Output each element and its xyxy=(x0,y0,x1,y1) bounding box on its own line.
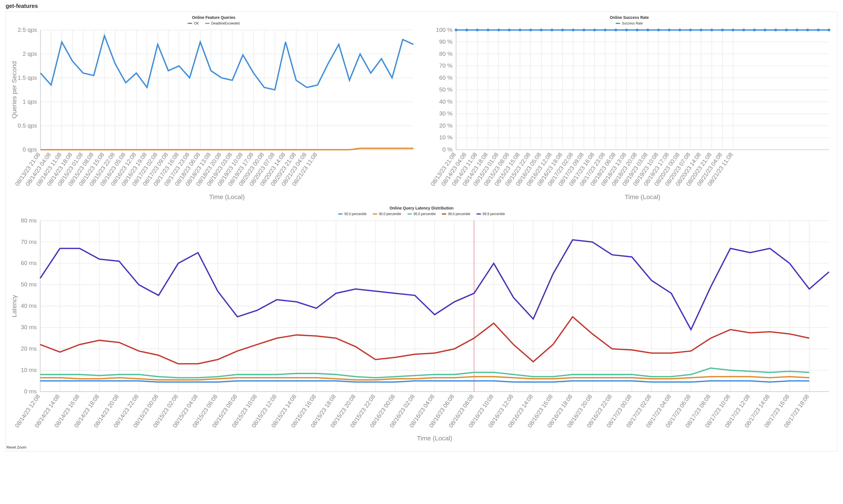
legend-item[interactable]: 50.0 percentile xyxy=(338,212,367,216)
svg-point-125 xyxy=(615,29,617,32)
svg-point-131 xyxy=(679,29,681,32)
legend-swatch xyxy=(442,213,446,215)
svg-point-143 xyxy=(806,29,809,32)
chart-latency-plot[interactable]: 0 ms10 ms20 ms30 ms40 ms50 ms60 ms70 ms8… xyxy=(8,217,835,444)
legend-swatch xyxy=(205,23,210,24)
svg-text:1 qps: 1 qps xyxy=(22,98,37,105)
svg-point-115 xyxy=(508,29,511,32)
legend-label: 99.9 percentile xyxy=(482,212,505,216)
svg-text:20 ms: 20 ms xyxy=(21,345,37,352)
svg-text:Time (Local): Time (Local) xyxy=(417,435,452,442)
legend-swatch xyxy=(616,23,620,24)
svg-point-132 xyxy=(689,29,692,32)
svg-text:10 ms: 10 ms xyxy=(21,366,37,373)
svg-point-127 xyxy=(636,29,639,32)
legend-label: 95.0 percentile xyxy=(414,212,436,216)
svg-text:Latency: Latency xyxy=(11,295,18,317)
chart-success-plot[interactable]: 0 %10 %20 %30 %40 %50 %60 %70 %80 %90 %1… xyxy=(424,26,835,202)
svg-point-129 xyxy=(657,29,660,32)
chart-latency-block: Online Query Latency Distribution 50.0 p… xyxy=(6,202,837,444)
dashboard-panel: Online Feature Queries OKDeadlineExceede… xyxy=(6,12,837,451)
legend-swatch xyxy=(338,213,343,215)
svg-point-141 xyxy=(785,29,788,32)
svg-point-139 xyxy=(763,29,766,32)
svg-text:80 ms: 80 ms xyxy=(21,217,37,223)
chart-success-legend: Success Rate xyxy=(424,21,835,25)
svg-point-111 xyxy=(466,29,468,32)
svg-text:Time (Local): Time (Local) xyxy=(625,193,660,200)
legend-label: Success Rate xyxy=(622,21,643,25)
chart-queries-legend: OKDeadlineExceeded xyxy=(8,21,419,25)
svg-text:90 %: 90 % xyxy=(439,38,453,45)
svg-text:100 %: 100 % xyxy=(436,26,453,33)
svg-point-126 xyxy=(625,29,628,32)
svg-point-113 xyxy=(487,29,489,32)
svg-text:Time (Local): Time (Local) xyxy=(209,193,245,200)
svg-text:30 %: 30 % xyxy=(439,110,453,116)
svg-point-112 xyxy=(476,29,479,32)
svg-point-128 xyxy=(647,29,649,32)
chart-latency-legend: 50.0 percentile90.0 percentile95.0 perce… xyxy=(8,212,835,216)
chart-queries-plot[interactable]: 0 qps0.5 qps1 qps1.5 qps2 qps2.5 qps08/1… xyxy=(8,26,419,202)
legend-item[interactable]: DeadlineExceeded xyxy=(205,21,240,25)
legend-label: 99.0 percentile xyxy=(448,212,470,216)
svg-point-124 xyxy=(604,29,607,32)
svg-point-137 xyxy=(742,29,745,32)
svg-text:30 ms: 30 ms xyxy=(21,324,37,330)
svg-point-140 xyxy=(774,29,777,32)
legend-item[interactable]: OK xyxy=(188,21,199,25)
legend-label: DeadlineExceeded xyxy=(211,21,240,25)
svg-point-121 xyxy=(572,29,575,32)
svg-text:20 %: 20 % xyxy=(439,122,453,129)
svg-text:2 qps: 2 qps xyxy=(22,50,37,57)
chart-queries-title: Online Feature Queries xyxy=(8,15,419,20)
legend-label: 50.0 percentile xyxy=(344,212,367,216)
svg-point-118 xyxy=(540,29,543,32)
svg-point-120 xyxy=(561,29,564,32)
svg-point-135 xyxy=(721,29,724,32)
svg-point-130 xyxy=(668,29,671,32)
svg-text:80 %: 80 % xyxy=(439,50,453,57)
svg-point-144 xyxy=(817,29,820,32)
svg-point-138 xyxy=(753,29,756,32)
svg-point-117 xyxy=(529,29,532,32)
svg-text:50 %: 50 % xyxy=(439,86,453,93)
svg-point-134 xyxy=(710,29,713,32)
svg-point-145 xyxy=(827,29,830,32)
svg-text:60 ms: 60 ms xyxy=(21,260,37,266)
legend-swatch xyxy=(476,213,481,215)
chart-queries-block: Online Feature Queries OKDeadlineExceede… xyxy=(6,12,421,202)
svg-text:70 %: 70 % xyxy=(439,62,453,69)
legend-label: 90.0 percentile xyxy=(379,212,401,216)
svg-point-136 xyxy=(732,29,735,32)
svg-text:50 ms: 50 ms xyxy=(21,281,37,288)
legend-swatch xyxy=(188,23,192,24)
legend-item[interactable]: 95.0 percentile xyxy=(407,212,436,216)
svg-point-133 xyxy=(700,29,703,32)
svg-text:60 %: 60 % xyxy=(439,74,453,81)
svg-text:0.5 qps: 0.5 qps xyxy=(18,122,37,129)
svg-text:Queries per Second: Queries per Second xyxy=(11,61,18,119)
svg-point-123 xyxy=(593,29,596,32)
legend-item[interactable]: 90.0 percentile xyxy=(373,212,401,216)
svg-point-119 xyxy=(550,29,554,32)
svg-text:0 ms: 0 ms xyxy=(24,388,37,394)
svg-point-110 xyxy=(455,29,458,32)
svg-text:1.5 qps: 1.5 qps xyxy=(18,74,37,81)
svg-point-122 xyxy=(583,29,585,32)
svg-text:10 %: 10 % xyxy=(439,134,453,141)
chart-success-block: Online Success Rate Success Rate 0 %10 %… xyxy=(421,12,837,202)
svg-point-142 xyxy=(796,29,798,32)
svg-text:2.5 qps: 2.5 qps xyxy=(18,26,37,33)
legend-swatch xyxy=(373,213,377,215)
legend-item[interactable]: 99.9 percentile xyxy=(476,212,505,216)
reset-zoom-link[interactable]: Reset Zoom xyxy=(6,445,837,449)
chart-latency-title: Online Query Latency Distribution xyxy=(8,206,835,210)
legend-item[interactable]: Success Rate xyxy=(616,21,643,25)
svg-text:40 ms: 40 ms xyxy=(21,303,37,309)
legend-label: OK xyxy=(194,21,199,25)
svg-point-114 xyxy=(497,29,500,32)
legend-item[interactable]: 99.0 percentile xyxy=(442,212,470,216)
page-title: get-features xyxy=(6,3,837,9)
svg-text:40 %: 40 % xyxy=(439,98,453,105)
